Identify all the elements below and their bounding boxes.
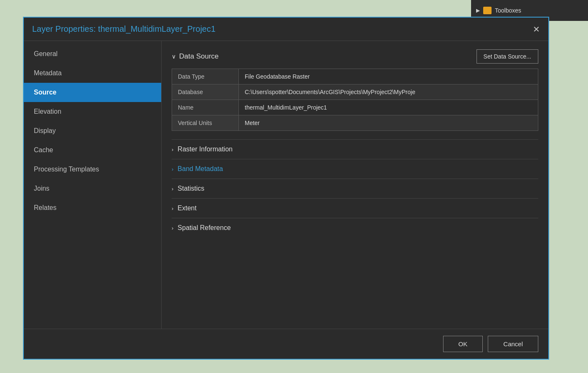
extent-chevron-icon: › [172, 205, 173, 212]
sidebar-item-cache[interactable]: Cache [24, 141, 161, 160]
table-value-vertical-units: Meter [239, 115, 538, 131]
table-label-name: Name [172, 100, 239, 115]
sidebar-item-elevation[interactable]: Elevation [24, 102, 161, 121]
datasource-chevron-icon: ∨ [172, 53, 176, 60]
sidebar-item-processing-templates[interactable]: Processing Templates [24, 160, 161, 179]
sidebar-item-display[interactable]: Display [24, 121, 161, 141]
raster-info-title[interactable]: › Raster Information [172, 146, 538, 153]
dialog-titlebar: Layer Properties: thermal_MultidimLayer_… [24, 18, 548, 41]
sidebar-item-general[interactable]: General [24, 44, 161, 64]
datasource-title-text: Data Source [179, 52, 219, 61]
statistics-chevron-icon: › [172, 186, 173, 192]
spatial-reference-title[interactable]: › Spatial Reference [172, 224, 538, 232]
datasource-section-header: ∨ Data Source Set Data Source... [172, 49, 538, 64]
toolbox-arrow-icon: ▶ [476, 8, 480, 13]
datasource-table: Data Type File Geodatabase Raster Databa… [172, 69, 538, 131]
table-row: Data Type File Geodatabase Raster [172, 69, 538, 84]
extent-label: Extent [177, 204, 196, 212]
spatial-reference-chevron-icon: › [172, 225, 173, 231]
set-datasource-button[interactable]: Set Data Source... [476, 49, 538, 64]
statistics-title[interactable]: › Statistics [172, 185, 538, 192]
sidebar-item-source[interactable]: Source [24, 83, 161, 102]
sidebar-item-relates[interactable]: Relates [24, 198, 161, 217]
extent-section[interactable]: › Extent [172, 198, 538, 218]
spatial-reference-label: Spatial Reference [177, 224, 231, 232]
raster-info-chevron-icon: › [172, 146, 173, 153]
band-metadata-label: Band Metadata [177, 165, 223, 173]
sidebar-item-metadata[interactable]: Metadata [24, 64, 161, 83]
dialog-body: General Metadata Source Elevation Displa… [24, 41, 548, 329]
table-row: Database C:\Users\spotter\Documents\ArcG… [172, 84, 538, 100]
toolbox-icon [483, 7, 492, 14]
table-row: Vertical Units Meter [172, 115, 538, 131]
close-button[interactable]: ✕ [533, 25, 540, 33]
ok-button[interactable]: OK [443, 336, 483, 352]
band-metadata-chevron-icon: › [172, 166, 173, 172]
extent-title[interactable]: › Extent [172, 204, 538, 212]
layer-properties-dialog: Layer Properties: thermal_MultidimLayer_… [23, 17, 549, 360]
table-value-name: thermal_MultidimLayer_Projec1 [239, 100, 538, 115]
sidebar-item-joins[interactable]: Joins [24, 179, 161, 198]
table-value-datatype: File Geodatabase Raster [239, 69, 538, 84]
main-content: ∨ Data Source Set Data Source... Data Ty… [162, 41, 548, 329]
table-label-vertical-units: Vertical Units [172, 115, 239, 131]
table-label-datatype: Data Type [172, 69, 239, 84]
raster-info-label: Raster Information [177, 146, 233, 153]
table-row: Name thermal_MultidimLayer_Projec1 [172, 100, 538, 115]
band-metadata-title[interactable]: › Band Metadata [172, 165, 538, 173]
statistics-section[interactable]: › Statistics [172, 179, 538, 198]
raster-info-section[interactable]: › Raster Information [172, 139, 538, 159]
datasource-title: ∨ Data Source [172, 52, 219, 61]
table-value-database: C:\Users\spotter\Documents\ArcGIS\Projec… [239, 84, 538, 100]
cancel-button[interactable]: Cancel [488, 336, 538, 352]
toolbox-label: Toolboxes [495, 7, 521, 14]
sidebar-nav: General Metadata Source Elevation Displa… [24, 41, 162, 329]
band-metadata-section[interactable]: › Band Metadata [172, 159, 538, 179]
dialog-footer: OK Cancel [24, 329, 548, 359]
dialog-title: Layer Properties: thermal_MultidimLayer_… [32, 24, 215, 34]
table-label-database: Database [172, 84, 239, 100]
spatial-reference-section[interactable]: › Spatial Reference [172, 218, 538, 238]
statistics-label: Statistics [177, 185, 204, 192]
